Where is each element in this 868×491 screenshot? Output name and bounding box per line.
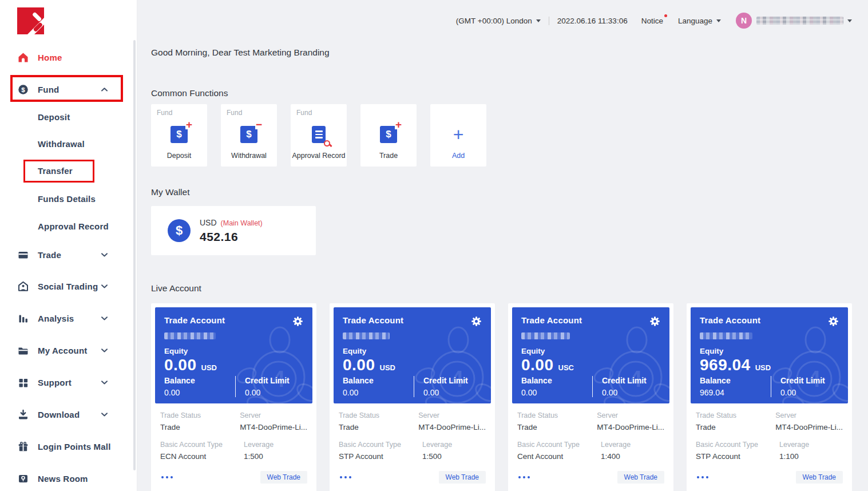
sidebar-item-deposit[interactable]: Deposit [0, 103, 132, 130]
common-functions-row: Fund $+ Deposit Fund $− Withdrawal Fund … [151, 104, 486, 167]
timezone-selector[interactable]: (GMT +00:00) London [456, 17, 541, 25]
sidebar-item-download[interactable]: Download [0, 401, 132, 428]
credit-limit-label: Credit Limit [423, 376, 482, 385]
sidebar: Home $ Fund Deposit Withdrawal Transfer … [0, 0, 137, 491]
more-actions-button[interactable] [517, 476, 530, 478]
caret-down-icon [716, 19, 721, 22]
notice-button[interactable]: Notice [641, 17, 663, 25]
equity-label: Equity [700, 347, 839, 355]
deposit-card[interactable]: Fund $+ Deposit [151, 104, 207, 167]
sidebar-item-social-trading[interactable]: Social Trading [0, 272, 132, 300]
sidebar-item-analysis[interactable]: Analysis [0, 304, 132, 332]
equity-value: 0.00 [343, 356, 375, 374]
leverage-value: 1:500 [422, 452, 452, 461]
equity-value: 0.00 [164, 356, 197, 374]
sidebar-item-home[interactable]: Home [0, 43, 132, 71]
language-label: Language [678, 17, 712, 25]
sidebar-subitem-label: Withdrawal [38, 139, 85, 149]
card-tag: Fund [151, 109, 172, 117]
live-account-row: 4 Trade Account Equity 0.00 USD Balance [151, 303, 852, 491]
language-selector[interactable]: Language [678, 17, 721, 25]
more-actions-button[interactable] [696, 476, 708, 478]
leverage-value: 1:500 [244, 452, 274, 461]
account-type-label: Basic Account Type [696, 441, 779, 449]
balance-label: Balance [700, 376, 771, 385]
equity-currency: USD [755, 363, 771, 372]
server-label: Server [418, 411, 486, 419]
web-trade-button[interactable]: Web Trade [260, 471, 307, 484]
credit-limit-value: 0.00 [423, 388, 482, 397]
live-account-title: Live Account [151, 283, 201, 294]
gear-icon[interactable] [649, 316, 660, 329]
sidebar-item-approval-record[interactable]: Approval Record [0, 212, 132, 240]
account-number-blurred [700, 332, 752, 339]
sidebar-item-login-points-mall[interactable]: Login Points Mall [0, 433, 132, 460]
chevron-up-icon [101, 88, 108, 92]
sidebar-item-fund[interactable]: $ Fund [0, 76, 132, 103]
sidebar-item-my-account[interactable]: My Account [0, 336, 132, 364]
sidebar-scrollbar[interactable] [133, 40, 136, 470]
sidebar-item-funds-details[interactable]: Funds Details [0, 185, 132, 212]
balance-value: 0.00 [164, 388, 235, 397]
gear-icon[interactable] [292, 316, 303, 329]
trade-icon [17, 249, 29, 260]
sidebar-item-withdrawal[interactable]: Withdrawal [0, 130, 132, 157]
gear-icon[interactable] [828, 316, 839, 329]
trade-status-value: Trade [517, 423, 597, 431]
add-function-card[interactable]: + Add [430, 104, 486, 167]
sidebar-item-label: Social Trading [38, 282, 98, 291]
magnifier-icon [324, 140, 330, 146]
username-blurred[interactable] [756, 17, 843, 25]
my-account-icon [17, 345, 29, 356]
trade-money-icon: $+ [380, 126, 397, 143]
trade-status-value: Trade [339, 423, 418, 431]
equity-currency: USC [558, 363, 574, 372]
svg-text:$: $ [21, 86, 25, 93]
balance-label: Balance [521, 376, 592, 385]
datetime-display: 2022.06.16 11:33:06 [557, 17, 628, 25]
withdrawal-card[interactable]: Fund $− Withdrawal [221, 104, 277, 167]
divider [414, 376, 414, 397]
caret-down-icon[interactable] [847, 19, 852, 22]
dooprime-logo-icon[interactable] [17, 7, 44, 34]
sidebar-item-support[interactable]: Support [0, 369, 132, 396]
leverage-label: Leverage [779, 441, 809, 449]
trade-account-title: Trade Account [521, 315, 582, 325]
more-actions-button[interactable] [339, 476, 351, 478]
sidebar-item-label: My Account [38, 346, 87, 355]
credit-limit-value: 0.00 [602, 388, 660, 397]
gear-icon[interactable] [471, 316, 482, 329]
approval-record-card[interactable]: Fund Approval Record [291, 104, 347, 167]
avatar[interactable]: N [736, 13, 752, 29]
sidebar-item-label: Trade [38, 250, 61, 260]
web-trade-button[interactable]: Web Trade [439, 471, 486, 484]
wallet-card[interactable]: $ USD (Main Wallet) 452.16 [151, 206, 316, 255]
trade-account-title: Trade Account [164, 315, 225, 325]
topbar-divider [549, 17, 549, 25]
timezone-label: (GMT +00:00) London [456, 17, 532, 25]
sidebar-item-trade[interactable]: Trade [0, 241, 132, 268]
card-tag [430, 109, 436, 117]
withdrawal-icon: $− [240, 126, 257, 143]
trade-status-label: Trade Status [517, 411, 597, 419]
wallet-amount: 452.16 [200, 230, 263, 244]
web-trade-button[interactable]: Web Trade [796, 471, 843, 484]
equity-value: 969.04 [700, 356, 751, 374]
account-type-value: STP Account [339, 452, 422, 461]
credit-limit-label: Credit Limit [780, 376, 839, 385]
account-type-value: ECN Account [160, 452, 244, 461]
card-tag [360, 109, 366, 117]
approval-record-icon [312, 126, 326, 143]
sidebar-item-transfer[interactable]: Transfer [0, 157, 132, 184]
account-number-blurred [343, 332, 390, 339]
server-value: MT4-DooPrime-Li... [775, 423, 843, 431]
web-trade-button[interactable]: Web Trade [617, 471, 664, 484]
sidebar-item-news-room[interactable]: News Room [0, 465, 132, 491]
social-trading-icon [17, 280, 29, 292]
chevron-down-icon [101, 253, 108, 257]
server-label: Server [775, 411, 843, 419]
equity-label: Equity [343, 347, 482, 355]
trade-account-title: Trade Account [700, 315, 760, 325]
more-actions-button[interactable] [160, 476, 173, 478]
trade-card[interactable]: $+ Trade [360, 104, 417, 167]
